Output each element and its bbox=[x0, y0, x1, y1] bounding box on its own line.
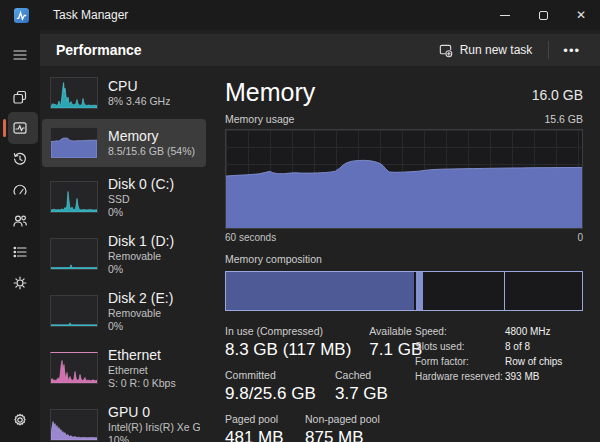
stat-label: Committed bbox=[225, 368, 317, 382]
perf-item-title: CPU bbox=[108, 78, 170, 95]
more-options-button[interactable]: ••• bbox=[557, 41, 586, 60]
maximize-button[interactable] bbox=[524, 0, 562, 30]
detail-label: Hardware reserved: bbox=[415, 371, 505, 382]
perf-item-sub: 8% 3.46 GHz bbox=[108, 95, 170, 108]
processes-icon bbox=[12, 89, 28, 105]
detail-label: Form factor: bbox=[415, 356, 505, 367]
hamburger-icon bbox=[12, 47, 28, 63]
stat-label: Non-paged pool bbox=[305, 412, 380, 426]
composition-modified bbox=[416, 272, 422, 310]
close-button[interactable]: ✕ bbox=[562, 0, 600, 30]
perf-item-sub: Removable bbox=[108, 307, 173, 320]
menu-toggle-button[interactable] bbox=[0, 42, 40, 68]
disk1-sparkline bbox=[50, 238, 98, 270]
cpu-sparkline bbox=[50, 77, 98, 109]
perf-item-ethernet[interactable]: Ethernet Ethernet S: 0 R: 0 Kbps bbox=[42, 341, 206, 395]
perf-item-sub2: S: 0 R: 0 Kbps bbox=[108, 377, 176, 390]
perf-item-sub2: 0% bbox=[108, 263, 174, 276]
detail-value: 393 MB bbox=[505, 371, 539, 382]
memory-usage-chart bbox=[225, 129, 583, 229]
stat-label: In use (Compressed) bbox=[225, 324, 351, 338]
perf-item-title: Disk 1 (D:) bbox=[108, 233, 174, 250]
composition-divider bbox=[504, 272, 505, 310]
perf-item-sub: SSD bbox=[108, 193, 174, 206]
disk0-sparkline bbox=[50, 181, 98, 213]
memory-detail-panel: Memory 16.0 GB Memory usage 15.6 GB 60 s… bbox=[210, 70, 600, 442]
close-icon: ✕ bbox=[576, 9, 586, 21]
sidebar-item-processes[interactable] bbox=[0, 84, 40, 110]
usage-scale-max: 15.6 GB bbox=[544, 113, 583, 125]
sidebar-item-app-history[interactable] bbox=[0, 146, 40, 172]
sidebar-item-performance[interactable] bbox=[0, 115, 40, 141]
stat-value: 9.8/25.6 GB bbox=[225, 382, 317, 405]
memory-title: Memory bbox=[225, 78, 315, 106]
timeline-left-label: 60 seconds bbox=[225, 232, 276, 243]
services-icon bbox=[12, 275, 28, 291]
gpu-sparkline bbox=[50, 409, 98, 441]
perf-item-disk2[interactable]: Disk 2 (E:) Removable 0% bbox=[42, 284, 206, 338]
perf-item-title: Ethernet bbox=[108, 347, 176, 364]
timeline-right-label: 0 bbox=[577, 232, 583, 243]
app-history-icon bbox=[12, 151, 28, 167]
nav-rail bbox=[0, 30, 40, 442]
disk2-sparkline bbox=[50, 295, 98, 327]
run-new-task-label: Run new task bbox=[460, 43, 533, 57]
sidebar-item-settings[interactable] bbox=[0, 407, 40, 433]
composition-in-use bbox=[226, 272, 416, 310]
header-divider bbox=[548, 41, 549, 59]
performance-icon bbox=[12, 120, 28, 136]
memory-sparkline bbox=[50, 127, 98, 159]
titlebar: Task Manager ✕ bbox=[0, 0, 600, 30]
task-manager-window: Task Manager ✕ bbox=[0, 0, 600, 442]
startup-apps-icon bbox=[12, 182, 28, 198]
run-new-task-icon bbox=[438, 43, 453, 58]
sidebar-item-startup-apps[interactable] bbox=[0, 177, 40, 203]
memory-stats: In use (Compressed) 8.3 GB (117 MB) Avai… bbox=[225, 324, 583, 442]
perf-item-title: Disk 0 (C:) bbox=[108, 176, 174, 193]
stat-label: Cached bbox=[335, 368, 388, 382]
stat-value: 8.3 GB (117 MB) bbox=[225, 338, 351, 361]
perf-item-title: Memory bbox=[108, 128, 195, 145]
page-title: Performance bbox=[56, 42, 142, 58]
detail-value: Row of chips bbox=[505, 356, 562, 367]
detail-value: 4800 MHz bbox=[505, 326, 551, 337]
perf-item-title: GPU 0 bbox=[108, 404, 200, 421]
minimize-icon bbox=[500, 15, 510, 16]
users-icon bbox=[12, 213, 28, 229]
settings-gear-icon bbox=[12, 412, 28, 428]
sidebar-item-services[interactable] bbox=[0, 270, 40, 296]
performance-list: CPU 8% 3.46 GHz Memory 8.5/15.6 GB (54%)… bbox=[40, 70, 208, 442]
total-memory-value: 16.0 GB bbox=[532, 87, 583, 106]
minimize-button[interactable] bbox=[486, 0, 524, 30]
ethernet-sparkline bbox=[50, 352, 98, 384]
detail-label: Speed: bbox=[415, 326, 505, 337]
perf-item-cpu[interactable]: CPU 8% 3.46 GHz bbox=[42, 70, 206, 116]
detail-value: 8 of 8 bbox=[505, 341, 530, 352]
hardware-details: Speed: 4800 MHz Slots used: 8 of 8 Form … bbox=[415, 326, 583, 386]
window-controls: ✕ bbox=[486, 0, 600, 30]
perf-item-memory[interactable]: Memory 8.5/15.6 GB (54%) bbox=[42, 119, 206, 167]
window-title: Task Manager bbox=[53, 8, 128, 22]
sidebar-item-details[interactable] bbox=[0, 239, 40, 265]
details-icon bbox=[12, 244, 28, 260]
perf-item-gpu0[interactable]: GPU 0 Intel(R) Iris(R) Xe Graphi 10% bbox=[42, 398, 206, 442]
run-new-task-button[interactable]: Run new task bbox=[430, 39, 541, 62]
perf-item-disk0[interactable]: Disk 0 (C:) SSD 0% bbox=[42, 170, 206, 224]
stat-value: 3.7 GB bbox=[335, 382, 388, 405]
detail-label: Slots used: bbox=[415, 341, 505, 352]
perf-item-disk1[interactable]: Disk 1 (D:) Removable 0% bbox=[42, 227, 206, 281]
stat-value: 481 MB bbox=[225, 426, 287, 442]
task-manager-app-icon bbox=[14, 8, 29, 23]
memory-composition-bar bbox=[225, 271, 583, 311]
perf-item-sub2: 10% bbox=[108, 434, 200, 442]
stat-label: Paged pool bbox=[225, 412, 287, 426]
perf-item-sub: Ethernet bbox=[108, 364, 176, 377]
perf-item-sub2: 0% bbox=[108, 206, 174, 219]
maximize-icon bbox=[539, 11, 548, 20]
stat-value: 875 MB bbox=[305, 426, 380, 442]
perf-item-sub: Intel(R) Iris(R) Xe Graphi bbox=[108, 421, 200, 434]
perf-item-sub: 8.5/15.6 GB (54%) bbox=[108, 145, 195, 158]
sidebar-item-users[interactable] bbox=[0, 208, 40, 234]
perf-item-sub: Removable bbox=[108, 250, 174, 263]
perf-item-title: Disk 2 (E:) bbox=[108, 290, 173, 307]
